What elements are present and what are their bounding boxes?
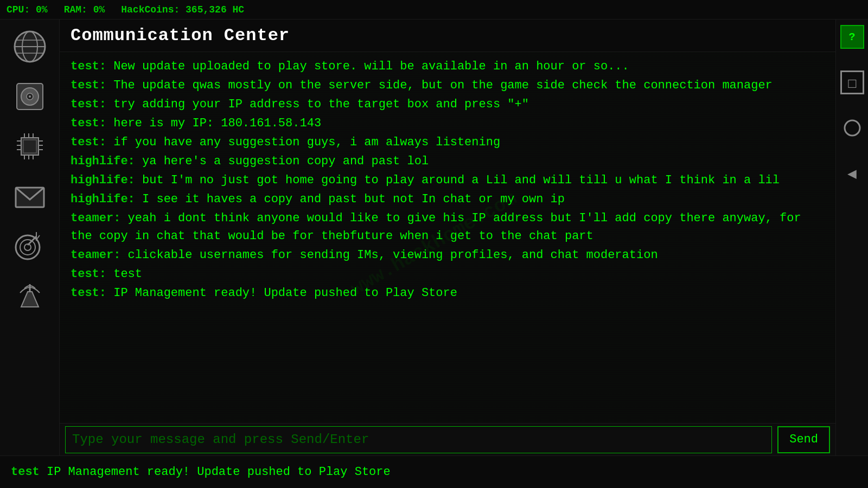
square-button[interactable]: ☐ [840, 70, 864, 94]
message-input[interactable] [65, 426, 772, 453]
chat-message: highlife: but I'm no just got home going… [71, 171, 825, 189]
chat-message: test: The update qwas mostly on the serv… [71, 76, 825, 94]
globe-icon[interactable] [8, 25, 52, 68]
bottom-status: test IP Management ready! Update pushed … [11, 465, 391, 479]
chat-username[interactable]: test: [71, 117, 106, 130]
chat-username[interactable]: highlife: [71, 192, 135, 206]
send-button[interactable]: Send [777, 426, 830, 453]
chat-message: teamer: clickable usernames for sending … [71, 246, 825, 264]
input-area: Send [60, 423, 835, 455]
chat-username[interactable]: teamer: [71, 248, 120, 262]
bottom-username: test [11, 465, 40, 479]
chat-text: yeah i dont think anyone would like to g… [71, 211, 801, 243]
sidebar [0, 20, 60, 455]
svg-point-8 [29, 95, 31, 98]
svg-point-25 [20, 240, 35, 255]
cpu-status: CPU: 0% [7, 4, 48, 15]
chat-username[interactable]: test: [71, 79, 106, 92]
svg-point-30 [845, 120, 860, 136]
back-button[interactable]: ◀ [840, 162, 864, 185]
chip-icon[interactable] [8, 125, 52, 168]
chat-message: test: New update uploaded to play store.… [71, 57, 825, 75]
right-controls: ? ☐ ◀ [835, 20, 868, 455]
chat-message: test: here is my IP: 180.161.58.143 [71, 114, 825, 132]
circle-button[interactable] [840, 116, 864, 140]
status-bar: CPU: 0% RAM: 0% HackCoins: 365,326 HC [0, 0, 868, 20]
chat-area[interactable]: test: New update uploaded to play store.… [60, 52, 835, 423]
chat-username[interactable]: highlife: [71, 155, 135, 168]
broadcast-icon[interactable] [8, 274, 52, 318]
svg-marker-28 [21, 292, 39, 307]
svg-line-27 [28, 236, 36, 245]
disc-icon[interactable] [8, 75, 52, 118]
chat-message: highlife: I see it haves a copy and past… [71, 190, 825, 208]
chat-message: test: if you have any suggestion guys, i… [71, 133, 825, 151]
chat-message: teamer: yeah i dont think anyone would l… [71, 209, 825, 245]
chat-text: but I'm no just got home going to play a… [135, 174, 780, 187]
target-icon[interactable] [8, 224, 52, 268]
chat-username[interactable]: test: [71, 267, 106, 281]
chat-text: The update qwas mostly on the server sid… [106, 79, 773, 92]
chat-text: IP Management ready! Update pushed to Pl… [106, 286, 457, 300]
chat-text: if you have any suggestion guys, i am al… [106, 136, 500, 149]
bottom-text: IP Management ready! Update pushed to Pl… [40, 465, 391, 479]
chat-text: clickable usernames for sending IMs, vie… [120, 248, 658, 262]
chat-text: I see it haves a copy and past but not I… [135, 192, 565, 206]
mail-icon[interactable] [8, 175, 52, 218]
chat-message: test: IP Management ready! Update pushed… [71, 284, 825, 302]
chat-text: here is my IP: 180.161.58.143 [106, 117, 321, 130]
chat-username[interactable]: test: [71, 60, 106, 73]
header: Communication Center [60, 20, 835, 52]
chat-message: test: try adding your IP address to the … [71, 95, 825, 113]
chat-message: test: test [71, 265, 825, 283]
page-title: Communication Center [71, 25, 290, 46]
chat-text: test [106, 267, 142, 281]
chat-username[interactable]: highlife: [71, 174, 135, 187]
chat-username[interactable]: test: [71, 286, 106, 300]
chat-message: highlife: ya here's a suggestion copy an… [71, 152, 825, 170]
hackcoins-status: HackCoins: 365,326 HC [121, 4, 244, 15]
chat-text: try adding your IP address to the target… [106, 98, 529, 111]
chat-text: New update uploaded to play store. will … [106, 60, 629, 73]
bottom-bar: test IP Management ready! Update pushed … [0, 455, 868, 488]
chat-username[interactable]: test: [71, 136, 106, 149]
chat-username[interactable]: teamer: [71, 211, 120, 225]
svg-rect-10 [23, 140, 36, 153]
help-button[interactable]: ? [840, 25, 864, 49]
chat-username[interactable]: test: [71, 98, 106, 111]
ram-status: RAM: 0% [64, 4, 105, 15]
chat-text: ya here's a suggestion copy and past lol [135, 155, 429, 168]
